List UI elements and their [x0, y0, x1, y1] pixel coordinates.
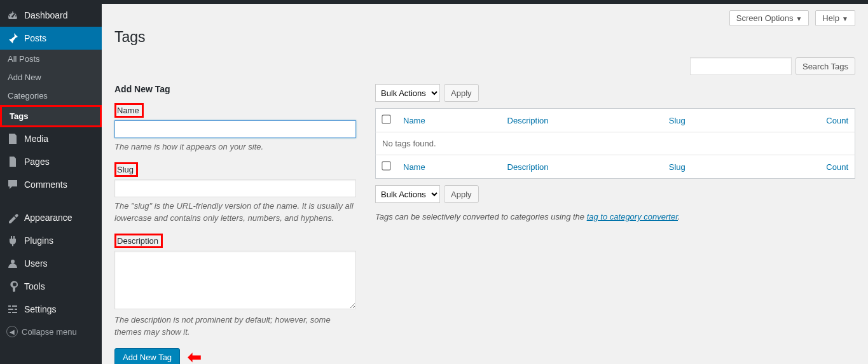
- bulk-actions-select-bottom[interactable]: Bulk Actions: [375, 185, 440, 203]
- sidebar-item-users[interactable]: Users: [0, 252, 102, 275]
- tag-name-input[interactable]: [114, 120, 356, 138]
- col-count[interactable]: Count: [750, 155, 855, 179]
- slug-label: Slug: [114, 162, 138, 177]
- help-button[interactable]: Help▼: [815, 10, 855, 26]
- select-all-top[interactable]: [382, 115, 390, 123]
- col-description[interactable]: Description: [501, 155, 663, 179]
- screen-options-button[interactable]: Screen Options▼: [729, 10, 809, 26]
- tools-icon: [6, 280, 19, 293]
- sidebar-sub-add-new[interactable]: Add New: [0, 68, 102, 87]
- sidebar-label: Posts: [24, 33, 46, 43]
- annotation-arrow-icon: ⬅: [188, 347, 202, 365]
- sidebar-label: Plugins: [24, 235, 53, 246]
- search-tags-button[interactable]: Search Tags: [796, 57, 855, 75]
- sidebar-item-settings[interactable]: Settings: [0, 298, 102, 321]
- sidebar-label: Appearance: [24, 213, 72, 223]
- col-count[interactable]: Count: [750, 109, 855, 132]
- apply-button-bottom[interactable]: Apply: [444, 185, 479, 203]
- sidebar-label: Comments: [24, 179, 67, 190]
- sidebar-item-comments[interactable]: Comments: [0, 173, 102, 196]
- main-content: Screen Options▼ Help▼ Tags Search Tags A…: [102, 4, 868, 364]
- tag-to-category-link[interactable]: tag to category converter: [587, 212, 678, 221]
- appearance-icon: [6, 211, 19, 224]
- add-new-tag-button[interactable]: Add New Tag: [114, 348, 180, 365]
- converter-note: Tags can be selectively converted to cat…: [375, 212, 855, 221]
- sidebar-submenu-posts: All Posts Add New Categories Tags: [0, 50, 102, 127]
- pages-icon: [6, 155, 19, 168]
- col-description[interactable]: Description: [501, 109, 663, 132]
- settings-icon: [6, 303, 19, 316]
- sidebar-label: Tools: [24, 281, 45, 291]
- col-name[interactable]: Name: [397, 109, 501, 132]
- pin-icon: [6, 32, 19, 45]
- sidebar-label: Settings: [24, 304, 57, 314]
- dashboard-icon: [6, 9, 19, 22]
- description-label: Description: [114, 234, 163, 248]
- search-tags-input[interactable]: [690, 57, 792, 75]
- page-title: Tags: [114, 29, 855, 46]
- sidebar-item-dashboard[interactable]: Dashboard: [0, 4, 102, 27]
- plugins-icon: [6, 234, 19, 247]
- sidebar-item-media[interactable]: Media: [0, 127, 102, 150]
- chevron-down-icon: ▼: [796, 15, 802, 22]
- apply-button-top[interactable]: Apply: [444, 84, 479, 102]
- slug-help: The "slug" is the URL-friendly version o…: [114, 200, 356, 225]
- col-name[interactable]: Name: [397, 155, 501, 179]
- sidebar-label: Users: [24, 258, 48, 269]
- sidebar-label: Dashboard: [24, 10, 68, 20]
- tags-table: Name Description Slug Count No tags foun…: [375, 108, 855, 179]
- collapse-menu[interactable]: ◀ Collapse menu: [0, 321, 102, 342]
- chevron-down-icon: ▼: [842, 15, 848, 22]
- sidebar-item-pages[interactable]: Pages: [0, 150, 102, 173]
- table-row-empty: No tags found.: [376, 132, 855, 155]
- sidebar-item-posts[interactable]: Posts: [0, 27, 102, 50]
- name-help: The name is how it appears on your site.: [114, 141, 356, 153]
- sidebar-item-tools[interactable]: Tools: [0, 275, 102, 298]
- description-help: The description is not prominent by defa…: [114, 314, 356, 339]
- users-icon: [6, 257, 19, 270]
- sidebar-sub-categories[interactable]: Categories: [0, 87, 102, 105]
- sidebar-item-appearance[interactable]: Appearance: [0, 206, 102, 229]
- sidebar-label: Media: [24, 134, 48, 144]
- tag-description-input[interactable]: [114, 251, 356, 309]
- comments-icon: [6, 178, 19, 191]
- media-icon: [6, 132, 19, 145]
- add-new-tag-heading: Add New Tag: [114, 84, 356, 94]
- sidebar-sub-all-posts[interactable]: All Posts: [0, 50, 102, 68]
- name-label: Name: [114, 103, 144, 118]
- select-all-bottom[interactable]: [382, 161, 390, 170]
- col-slug[interactable]: Slug: [663, 155, 750, 179]
- sidebar-label: Pages: [24, 157, 50, 167]
- collapse-label: Collapse menu: [22, 327, 77, 337]
- col-slug[interactable]: Slug: [663, 109, 750, 132]
- admin-sidebar: Dashboard Posts All Posts Add New Catego…: [0, 4, 102, 364]
- tag-slug-input[interactable]: [114, 179, 356, 197]
- sidebar-sub-tags[interactable]: Tags: [0, 105, 102, 127]
- bulk-actions-select-top[interactable]: Bulk Actions: [375, 84, 440, 102]
- collapse-icon: ◀: [6, 326, 18, 337]
- sidebar-item-plugins[interactable]: Plugins: [0, 229, 102, 252]
